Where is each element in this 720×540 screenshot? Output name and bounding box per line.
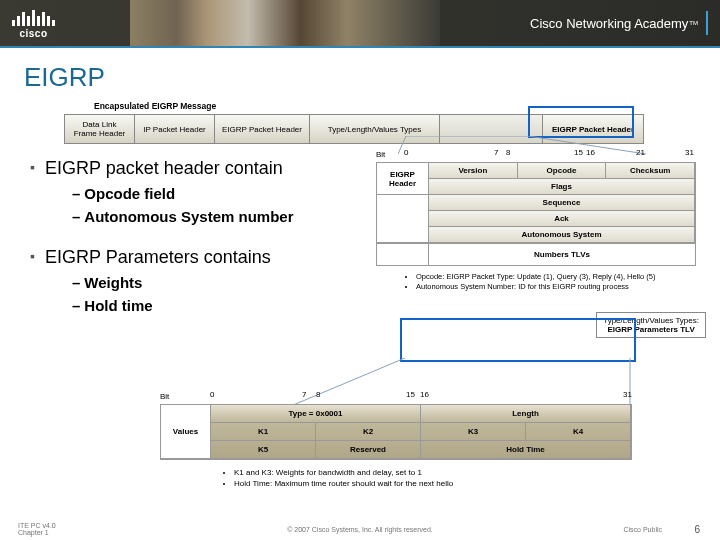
hdr-note-opcode: Opcode: EIGRP Packet Type: Update (1), Q… [416, 272, 696, 282]
highlight-box-header [528, 106, 634, 138]
footer-course: ITE PC v4.0 [18, 522, 56, 529]
hdr-version: Version [429, 163, 518, 179]
eigrp-header-table: Bit 0 7 8 15 16 21 31 EIGRP Header Versi… [376, 148, 696, 292]
tlv-note-hold: Hold Time: Maximum time router should wa… [234, 479, 632, 490]
hdr-tlv-cell: Numbers TLVs [429, 244, 695, 265]
hdr-notes: Opcode: EIGRP Packet Type: Update (1), Q… [404, 272, 696, 292]
hdr-tlv-row: Numbers TLVs [376, 244, 696, 266]
hdr-bit-8: 8 [506, 148, 510, 157]
hdr-bit-7: 7 [494, 148, 498, 157]
tlv-k4: K4 [526, 423, 631, 441]
tlv-table: Bit 0 7 8 15 16 31 Values Type = 0x0001 … [160, 390, 632, 490]
academy-label: Cisco Networking AcademyTM [530, 0, 708, 46]
cisco-text: cisco [19, 28, 47, 39]
highlight-box-tlv [400, 318, 636, 362]
tlv-type: Type = 0x0001 [211, 405, 421, 423]
hdr-bit-label: Bit [376, 150, 385, 159]
tlv-notes: K1 and K3: Weights for bandwidth and del… [220, 468, 632, 490]
banner-photo-strip [130, 0, 440, 46]
tlv-bit-ruler: Bit 0 7 8 15 16 31 [210, 390, 632, 404]
hdr-side-blank [377, 195, 429, 243]
hdr-side-l1: EIGRP [390, 170, 415, 179]
footer-chapter: Chapter 1 [18, 529, 49, 536]
hdr-side-label: EIGRP Header [377, 163, 429, 195]
footer-public: Cisco Public [623, 526, 662, 533]
hdr-bit-15: 15 [574, 148, 583, 157]
tlv-side: Values [161, 405, 211, 459]
academy-text: Cisco Networking Academy [530, 16, 688, 31]
tlv-k5: K5 [211, 441, 316, 459]
hdr-side-l2: Header [389, 179, 416, 188]
tlv-k3: K3 [421, 423, 526, 441]
hdr-tlv-side [377, 244, 429, 265]
hdr-bit-16: 16 [586, 148, 595, 157]
tlv-holdtime: Hold Time [421, 441, 631, 459]
hdr-bit-ruler: Bit 0 7 8 15 16 21 31 [376, 148, 696, 162]
hdr-bit-0: 0 [404, 148, 408, 157]
hdr-bit-21: 21 [636, 148, 645, 157]
tlv-bit-0: 0 [210, 390, 214, 399]
page-number: 6 [694, 524, 700, 535]
hdr-note-as: Autonomous System Number: ID for this EI… [416, 282, 696, 292]
hdr-bit-31: 31 [685, 148, 694, 157]
tlv-bit-7: 7 [302, 390, 306, 399]
cisco-bars-icon [12, 8, 55, 26]
hdr-checksum: Checksum [606, 163, 695, 179]
tlv-bit-31: 31 [623, 390, 632, 399]
tlv-note-k1k3: K1 and K3: Weights for bandwidth and del… [234, 468, 632, 479]
slide-footer: ITE PC v4.0 Chapter 1 © 2007 Cisco Syste… [0, 522, 720, 536]
encap-datalink-l2: Frame Header [74, 129, 126, 138]
hdr-sequence: Sequence [429, 195, 695, 211]
tlv-k1: K1 [211, 423, 316, 441]
tlv-bit-label: Bit [160, 392, 169, 401]
footer-copyright: © 2007 Cisco Systems, Inc. All rights re… [287, 526, 433, 533]
tlv-reserved: Reserved [316, 441, 421, 459]
hdr-grid: EIGRP Header Version Opcode Checksum Fla… [376, 162, 696, 244]
hdr-ack: Ack [429, 211, 695, 227]
tlv-bit-15: 15 [406, 390, 415, 399]
encap-datalink-l1: Data Link [83, 120, 117, 129]
accent-bar-icon [706, 11, 708, 35]
hdr-opcode: Opcode [518, 163, 607, 179]
tlv-bit-8: 8 [316, 390, 320, 399]
hdr-flags: Flags [429, 179, 695, 195]
tlv-k2: K2 [316, 423, 421, 441]
cisco-logo: cisco [12, 8, 55, 39]
tlv-length: Length [421, 405, 631, 423]
hdr-as: Autonomous System [429, 227, 695, 243]
encap-cell-ip: IP Packet Header [135, 115, 215, 143]
slide-content: EIGRP Encapsulated EIGRP Message Data Li… [0, 48, 720, 314]
slide-title: EIGRP [24, 62, 696, 93]
encap-cell-eigrp-hdr: EIGRP Packet Header [215, 115, 310, 143]
tlv-bit-16: 16 [420, 390, 429, 399]
encap-cell-datalink: Data Link Frame Header [65, 115, 135, 143]
tlv-grid: Values Type = 0x0001 Length K1 K2 K3 K4 … [160, 404, 632, 460]
top-banner: cisco Cisco Networking AcademyTM [0, 0, 720, 46]
trademark: TM [689, 20, 698, 26]
footer-left: ITE PC v4.0 Chapter 1 [18, 522, 56, 536]
